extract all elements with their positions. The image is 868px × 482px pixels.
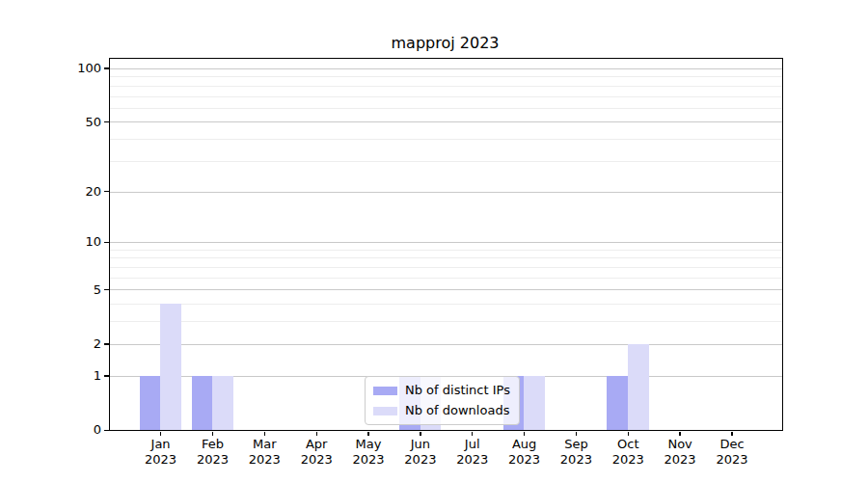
x-tick-label-feb: Feb2023	[186, 437, 240, 467]
x-tick-label-sep: Sep2023	[549, 437, 603, 467]
legend-label-distinct-ips: Nb of distinct IPs	[405, 383, 510, 398]
legend-label-downloads: Nb of downloads	[405, 403, 509, 418]
x-tick-label-oct: Oct2023	[601, 437, 655, 467]
y-tick-mark	[104, 242, 109, 243]
x-tick-label-dec: Dec2023	[705, 437, 759, 467]
y-tick-mark	[104, 289, 109, 290]
x-tick-label-nov: Nov2023	[653, 437, 707, 467]
bar-nb-of-downloads-feb	[212, 376, 233, 430]
legend: Nb of distinct IPs Nb of downloads	[365, 376, 520, 425]
figure: mapproj 2023 Nb of distinct IPs Nb of do…	[0, 0, 868, 482]
y-tick-label: 20	[58, 184, 101, 200]
x-tick-mark	[731, 432, 732, 436]
x-tick-label-jan: Jan2023	[134, 437, 188, 467]
y-tick-mark	[104, 191, 109, 192]
chart-title: mapproj 2023	[109, 34, 781, 52]
x-tick-mark	[576, 432, 577, 436]
legend-entry-downloads: Nb of downloads	[373, 403, 510, 418]
y-tick-label: 5	[58, 282, 101, 298]
x-tick-mark	[160, 432, 161, 436]
x-tick-label-aug: Aug2023	[498, 437, 552, 467]
y-tick-mark	[104, 375, 109, 376]
bar-nb-of-distinct-ips-oct	[607, 376, 628, 430]
x-tick-mark	[367, 432, 368, 436]
x-tick-mark	[524, 432, 525, 436]
x-tick-mark	[420, 432, 420, 436]
bar-nb-of-downloads-oct	[628, 344, 649, 430]
y-tick-label: 0	[58, 422, 101, 438]
bar-nb-of-downloads-aug	[524, 376, 545, 430]
x-tick-mark	[679, 432, 680, 436]
y-tick-label: 50	[58, 115, 101, 130]
x-tick-mark	[472, 432, 473, 436]
bar-layer	[110, 59, 782, 430]
x-tick-mark	[212, 432, 213, 436]
x-tick-label-may: May2023	[341, 437, 395, 467]
x-tick-label-mar: Mar2023	[237, 437, 291, 467]
legend-entry-distinct-ips: Nb of distinct IPs	[373, 383, 510, 398]
x-tick-label-apr: Apr2023	[289, 437, 343, 467]
plot-area: Nb of distinct IPs Nb of downloads	[109, 58, 783, 431]
x-tick-mark	[264, 432, 265, 436]
y-tick-mark	[104, 121, 109, 122]
bar-nb-of-downloads-jan	[160, 304, 181, 430]
x-tick-label-jun: Jun2023	[393, 437, 448, 467]
y-tick-mark	[104, 430, 109, 431]
legend-swatch-downloads	[373, 407, 397, 415]
x-tick-mark	[628, 432, 629, 436]
y-tick-label: 1	[58, 368, 101, 384]
x-tick-label-jul: Jul2023	[446, 437, 500, 467]
y-tick-label: 10	[58, 234, 101, 250]
y-tick-label: 100	[58, 61, 101, 76]
bar-nb-of-distinct-ips-feb	[192, 376, 213, 430]
bar-nb-of-distinct-ips-jan	[140, 376, 161, 430]
y-tick-mark	[104, 343, 109, 344]
y-tick-mark	[104, 67, 109, 68]
legend-swatch-distinct-ips	[373, 387, 397, 395]
x-tick-mark	[316, 432, 317, 436]
y-tick-label: 2	[58, 336, 101, 352]
